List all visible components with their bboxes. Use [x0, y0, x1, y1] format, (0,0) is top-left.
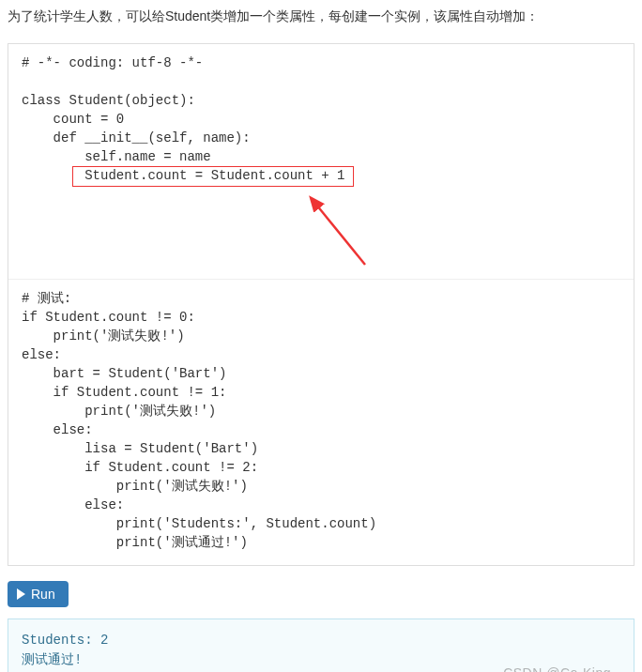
code-block-1: # -*- coding: utf-8 -*- class Student(ob… — [22, 53, 620, 185]
code-editor-bottom: # 测试: if Student.count != 0: print('测试失败… — [8, 280, 634, 565]
run-button[interactable]: Run — [8, 581, 69, 607]
output-panel: Students: 2 测试通过! CSDN @Co-King — [8, 619, 634, 672]
run-button-label: Run — [31, 587, 55, 602]
intro-paragraph: 为了统计学生人数，可以给Student类增加一个类属性，每创建一个实例，该属性自… — [8, 6, 634, 28]
output-line: 测试通过! — [22, 650, 620, 670]
output-line: Students: 2 — [22, 631, 620, 650]
play-icon — [17, 588, 25, 600]
code-block-2: # 测试: if Student.count != 0: print('测试失败… — [22, 289, 620, 552]
code-panel: # -*- coding: utf-8 -*- class Student(ob… — [8, 43, 634, 566]
code-editor-top[interactable]: # -*- coding: utf-8 -*- class Student(ob… — [8, 44, 634, 280]
